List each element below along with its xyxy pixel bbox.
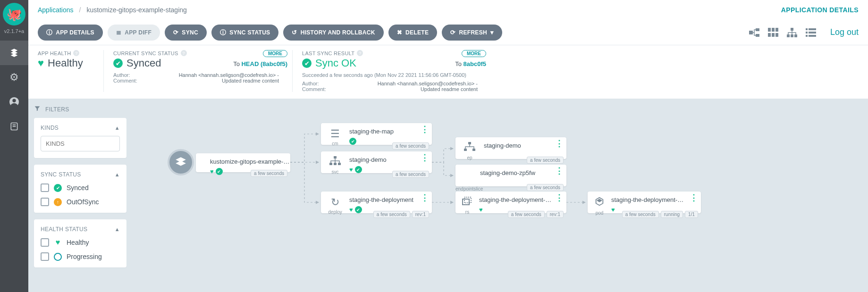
- heart-icon: ♥: [210, 168, 214, 175]
- pod-icon: [594, 196, 605, 209]
- svg-rect-29: [329, 163, 332, 165]
- filters-sidebar: FILTERS KINDS ▲ SYNC STATUS ▲ ✔ Synced: [28, 99, 132, 292]
- grid-view-icon[interactable]: [767, 27, 779, 38]
- tree-view-icon[interactable]: [748, 27, 760, 38]
- node-menu-icon[interactable]: ⋮: [421, 196, 429, 200]
- checkbox[interactable]: [41, 238, 49, 247]
- info-icon: ⓘ: [220, 28, 226, 37]
- nav-user-icon[interactable]: [0, 90, 28, 114]
- checkbox[interactable]: [41, 198, 49, 206]
- list-view-icon[interactable]: [805, 27, 817, 38]
- history-icon: ↺: [292, 29, 297, 36]
- node-menu-icon[interactable]: ⋮: [690, 196, 698, 200]
- kind-label: deploy: [328, 209, 342, 215]
- panel-head[interactable]: HEALTH STATUS ▲: [41, 226, 120, 233]
- more-button[interactable]: MORE: [462, 50, 486, 57]
- node-menu-icon[interactable]: ⋮: [555, 142, 564, 145]
- node-menu-icon[interactable]: ⋮: [421, 128, 429, 131]
- heart-icon: ♥: [479, 206, 483, 213]
- log-out-link[interactable]: Log out: [830, 27, 859, 37]
- more-button[interactable]: MORE: [263, 50, 287, 57]
- label: APP DIFF: [125, 29, 152, 36]
- breadcrumb-root[interactable]: Applications: [38, 6, 74, 14]
- svg-rect-33: [464, 149, 467, 151]
- collapse-icon: ▲: [115, 172, 120, 177]
- root-app-icon[interactable]: [168, 149, 194, 175]
- checkbox[interactable]: [41, 184, 49, 192]
- svg-rect-17: [794, 34, 797, 37]
- node-name: staging-the-deployment: [349, 196, 413, 203]
- graph-node-pod[interactable]: pod staging-the-deployment-5888d... ♥ ⋮ …: [588, 192, 701, 213]
- refresh-button[interactable]: ⟳REFRESH▾: [442, 25, 502, 41]
- breadcrumb-current: kustomize-gitops-example-staging: [86, 6, 186, 14]
- label: REFRESH: [459, 29, 487, 36]
- rev-tag: rev:1: [412, 211, 429, 218]
- main: Applications / kustomize-gitops-example-…: [28, 0, 868, 292]
- kind-label: ep: [467, 155, 472, 160]
- filters-title: FILTERS: [45, 106, 69, 113]
- graph-node-ep[interactable]: ep staging-demo ⋮ a few seconds: [455, 137, 566, 159]
- revision-link[interactable]: HEAD (8abc0f5): [241, 60, 287, 67]
- nav-applications-icon[interactable]: [0, 41, 28, 65]
- endpoints-icon: [464, 142, 475, 154]
- filter-item-synced[interactable]: ✔ Synced: [41, 184, 120, 192]
- sync-status-button[interactable]: ⓘSYNC STATUS: [211, 25, 279, 41]
- revision-link[interactable]: 8abc0f5: [463, 60, 486, 67]
- breadcrumb-sep: /: [79, 6, 81, 14]
- graph-node-rs[interactable]: rs staging-the-deployment-5888d... ♥ ⋮ a…: [455, 192, 566, 213]
- panel-head[interactable]: KINDS ▲: [41, 125, 120, 131]
- kinds-input[interactable]: [41, 136, 120, 151]
- filter-item-progressing[interactable]: Progressing: [41, 252, 120, 261]
- healthy-icon: ♥: [54, 239, 62, 247]
- svg-rect-31: [338, 163, 341, 165]
- filter-item-outofsync[interactable]: ↑ OutOfSync: [41, 198, 120, 206]
- graph-node-svc[interactable]: svc staging-demo ♥✔ ⋮ a few seconds: [321, 151, 432, 173]
- history-rollback-button[interactable]: ↺HISTORY AND ROLLBACK: [283, 25, 383, 41]
- check-circle-icon: ✔: [113, 58, 123, 68]
- graph-node-es[interactable]: staging-demo-zp5fw ⋮ a few seconds: [455, 165, 566, 186]
- graph-node-deploy[interactable]: ↻ deploy staging-the-deployment ♥✔ ⋮ a f…: [321, 192, 432, 213]
- help-icon[interactable]: ?: [357, 50, 363, 56]
- version-label: v2.1.7+a: [0, 28, 28, 34]
- kind-label: pod: [596, 210, 604, 216]
- health-status-panel: HEALTH STATUS ▲ ♥ Healthy Progressing: [34, 219, 126, 267]
- node-menu-icon[interactable]: ⋮: [421, 156, 429, 159]
- delete-button[interactable]: ✖DELETE: [388, 25, 437, 41]
- last-sync-block: LAST SYNC RESULT? MORE ✔Sync OK To 8abc0…: [302, 50, 491, 92]
- count-tag: 1/1: [685, 211, 698, 218]
- node-name: staging-the-deployment-5888d...: [479, 196, 552, 203]
- nav-docs-icon[interactable]: [0, 114, 28, 139]
- filter-item-healthy[interactable]: ♥ Healthy: [41, 238, 120, 247]
- svg-rect-16: [791, 34, 793, 37]
- label: HISTORY AND ROLLBACK: [301, 29, 375, 36]
- collapse-icon: ▲: [115, 125, 120, 131]
- panel-head[interactable]: SYNC STATUS ▲: [41, 171, 120, 178]
- nav-settings-icon[interactable]: ⚙: [0, 65, 28, 90]
- graph-node-cm[interactable]: ☰ cm staging-the-map ✔ ⋮ a few seconds: [321, 123, 432, 145]
- node-menu-icon[interactable]: ⋮: [555, 196, 564, 200]
- info-icon: ⓘ: [46, 28, 52, 37]
- synced-icon: ✔: [349, 138, 356, 145]
- collapse-icon: ▲: [115, 226, 120, 232]
- toolbar: ⓘAPP DETAILS ≣APP DIFF ⟳SYNC ⓘSYNC STATU…: [28, 20, 868, 45]
- synced-icon: ✔: [54, 184, 62, 192]
- help-icon[interactable]: ?: [73, 50, 79, 56]
- resource-graph[interactable]: kustomize-gitops-example-sta... ♥✔ a few…: [132, 99, 868, 292]
- app-details-button[interactable]: ⓘAPP DETAILS: [38, 25, 103, 41]
- heart-icon: ♥: [349, 206, 353, 213]
- label: APP DETAILS: [56, 29, 94, 36]
- app-diff-button[interactable]: ≣APP DIFF: [108, 25, 160, 41]
- node-name: staging-the-deployment-5888d...: [611, 196, 687, 203]
- sync-icon: ⟳: [173, 29, 178, 36]
- help-icon[interactable]: ?: [181, 50, 187, 56]
- svg-rect-10: [775, 28, 778, 32]
- checkbox[interactable]: [41, 252, 49, 261]
- node-name: staging-demo-zp5fw: [480, 169, 535, 176]
- graph-node-app[interactable]: kustomize-gitops-example-sta... ♥✔ a few…: [196, 153, 290, 172]
- sync-button[interactable]: ⟳SYNC: [165, 25, 207, 41]
- network-view-icon[interactable]: [786, 27, 798, 38]
- kinds-panel: KINDS ▲: [34, 118, 126, 158]
- outofsync-icon: ↑: [54, 198, 62, 206]
- node-menu-icon[interactable]: ⋮: [555, 169, 564, 173]
- content: FILTERS KINDS ▲ SYNC STATUS ▲ ✔ Synced: [28, 99, 868, 292]
